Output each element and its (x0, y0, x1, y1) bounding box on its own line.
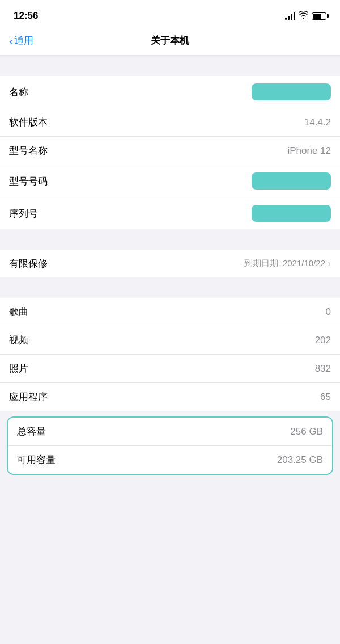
label-videos: 视频 (9, 334, 28, 347)
section-storage: 总容量 256 GB 可用容量 203.25 GB (7, 416, 333, 475)
row-available-capacity: 可用容量 203.25 GB (8, 446, 332, 474)
value-songs: 0 (326, 306, 331, 318)
nav-bar: ‹ 通用 关于本机 (0, 28, 340, 56)
value-videos: 202 (315, 335, 331, 346)
section-media-info: 歌曲 0 视频 202 照片 832 应用程序 65 (0, 298, 340, 411)
value-software-version: 14.4.2 (304, 117, 331, 128)
value-total-capacity: 256 GB (290, 426, 323, 437)
value-apps: 65 (320, 392, 331, 403)
label-serial-number: 序列号 (9, 207, 38, 220)
row-software-version: 软件版本 14.4.2 (0, 108, 340, 137)
chevron-icon: › (328, 258, 331, 270)
row-model-number[interactable]: 型号号码 (0, 165, 340, 197)
status-bar: 12:56 (0, 0, 340, 28)
row-videos: 视频 202 (0, 326, 340, 355)
back-chevron-icon: ‹ (9, 35, 13, 47)
label-photos: 照片 (9, 362, 28, 375)
label-total-capacity: 总容量 (17, 425, 46, 438)
wifi-icon (299, 11, 308, 21)
label-software-version: 软件版本 (9, 116, 48, 129)
section-warranty: 有限保修 到期日期: 2021/10/22 › (0, 250, 340, 277)
status-icons (285, 11, 326, 21)
value-photos: 832 (315, 363, 331, 374)
row-total-capacity: 总容量 256 GB (8, 418, 332, 446)
label-model-name: 型号名称 (9, 144, 48, 157)
battery-icon (312, 12, 326, 20)
row-name[interactable]: 名称 (0, 76, 340, 108)
back-label: 通用 (14, 34, 33, 47)
row-apps: 应用程序 65 (0, 383, 340, 411)
value-model-number-pill (252, 172, 331, 190)
section-gap-1 (0, 56, 340, 76)
section-device-info: 名称 软件版本 14.4.2 型号名称 iPhone 12 型号号码 序列号 (0, 76, 340, 229)
value-name-pill (252, 83, 331, 100)
back-button[interactable]: ‹ 通用 (9, 34, 33, 47)
value-model-name: iPhone 12 (287, 145, 331, 157)
status-time: 12:56 (14, 10, 38, 22)
page-title: 关于本机 (151, 34, 189, 47)
row-warranty[interactable]: 有限保修 到期日期: 2021/10/22 › (0, 250, 340, 277)
row-songs: 歌曲 0 (0, 298, 340, 326)
value-warranty-text: 到期日期: 2021/10/22 (244, 258, 325, 269)
value-warranty: 到期日期: 2021/10/22 › (244, 258, 331, 270)
label-name: 名称 (9, 86, 28, 99)
label-apps: 应用程序 (9, 390, 48, 403)
signal-bars-icon (285, 12, 295, 20)
label-available-capacity: 可用容量 (17, 453, 56, 466)
row-model-name: 型号名称 iPhone 12 (0, 137, 340, 165)
label-songs: 歌曲 (9, 305, 28, 318)
value-available-capacity: 203.25 GB (277, 454, 323, 466)
row-serial-number[interactable]: 序列号 (0, 197, 340, 229)
label-model-number: 型号号码 (9, 175, 48, 188)
label-warranty: 有限保修 (9, 257, 48, 270)
section-gap-3 (0, 277, 340, 298)
value-serial-number-pill (252, 205, 331, 222)
section-gap-2 (0, 229, 340, 250)
gap-before-highlight (0, 411, 340, 416)
row-photos: 照片 832 (0, 355, 340, 383)
gap-after-highlight (0, 475, 340, 495)
